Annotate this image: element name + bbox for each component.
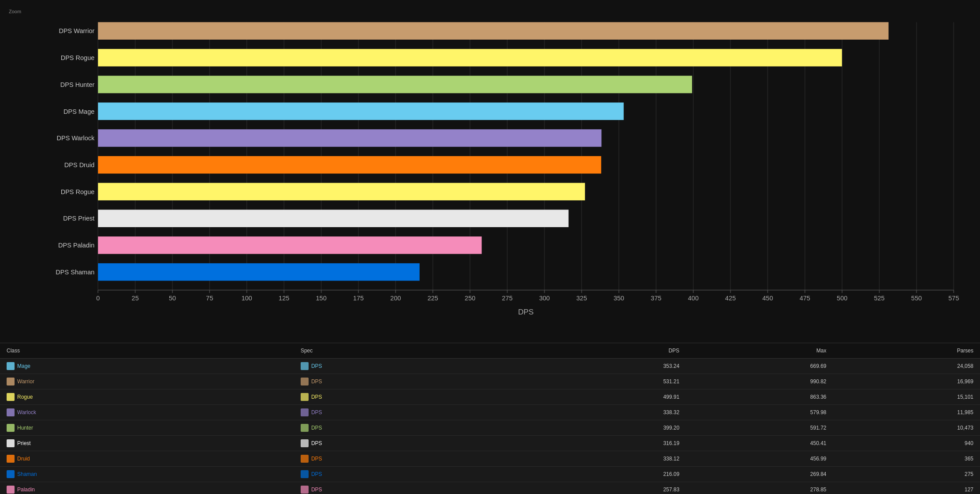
svg-text:225: 225 [428, 295, 438, 302]
svg-text:DPS Priest: DPS Priest [63, 215, 94, 222]
class-name[interactable]: Rogue [17, 394, 33, 400]
svg-rect-36 [98, 183, 585, 201]
class-name[interactable]: Priest [17, 440, 31, 446]
table-row: Warrior DPS 531.21 990.82 16,969 [0, 374, 980, 389]
class-icon [7, 455, 15, 463]
svg-text:525: 525 [874, 295, 884, 302]
dps-value: 216.09 [490, 466, 686, 482]
max-value: 669.69 [686, 358, 833, 374]
col-class: Class [0, 343, 294, 359]
spec-cell: DPS [294, 435, 490, 451]
svg-rect-28 [98, 76, 692, 94]
parses-value: 15,101 [833, 389, 980, 404]
svg-text:175: 175 [353, 295, 364, 302]
class-cell: Warlock [0, 404, 294, 420]
svg-rect-38 [98, 210, 568, 227]
svg-text:DPS Rogue: DPS Rogue [61, 188, 95, 195]
spec-name[interactable]: DPS [311, 394, 322, 400]
max-value: 990.82 [686, 374, 833, 389]
spec-cell: DPS [294, 420, 490, 435]
chart-container: Zoom DPS WarriorDPS RogueDPS HunterDPS M… [0, 0, 980, 343]
svg-text:200: 200 [390, 295, 401, 302]
spec-icon [301, 439, 309, 447]
class-name[interactable]: Druid [17, 456, 30, 462]
dps-value: 499.91 [490, 389, 686, 404]
class-name[interactable]: Shaman [17, 471, 37, 477]
max-value: 863.36 [686, 389, 833, 404]
spec-cell: DPS [294, 389, 490, 404]
parses-value: 127 [833, 482, 980, 494]
max-value: 278.85 [686, 482, 833, 494]
class-name[interactable]: Mage [17, 363, 30, 369]
svg-rect-24 [98, 22, 888, 40]
spec-cell: DPS [294, 451, 490, 466]
svg-rect-42 [98, 263, 419, 281]
spec-name[interactable]: DPS [311, 471, 322, 477]
spec-icon [301, 486, 309, 494]
svg-rect-32 [98, 129, 601, 147]
table-row: Hunter DPS 399.20 591.72 10,473 [0, 420, 980, 435]
svg-text:DPS: DPS [518, 307, 533, 316]
svg-text:0: 0 [96, 295, 100, 302]
spec-name[interactable]: DPS [311, 363, 322, 369]
svg-text:DPS Druid: DPS Druid [64, 161, 95, 168]
dps-value: 531.21 [490, 374, 686, 389]
parses-value: 11,985 [833, 404, 980, 420]
svg-text:425: 425 [725, 295, 736, 302]
class-icon [7, 378, 15, 385]
class-name[interactable]: Warrior [17, 378, 34, 385]
spec-name[interactable]: DPS [311, 440, 322, 446]
class-cell: Shaman [0, 466, 294, 482]
dps-value: 338.12 [490, 451, 686, 466]
zoom-label: Zoom [9, 9, 971, 14]
spec-icon [301, 378, 309, 385]
spec-name[interactable]: DPS [311, 409, 322, 415]
table-row: Paladin DPS 257.83 278.85 127 [0, 482, 980, 494]
svg-text:350: 350 [614, 295, 624, 302]
svg-text:300: 300 [539, 295, 550, 302]
spec-name[interactable]: DPS [311, 378, 322, 385]
svg-text:450: 450 [762, 295, 773, 302]
svg-text:50: 50 [169, 295, 176, 302]
table-row: Mage DPS 353.24 669.69 24,058 [0, 358, 980, 374]
class-cell: Priest [0, 435, 294, 451]
parses-value: 10,473 [833, 420, 980, 435]
spec-cell: DPS [294, 466, 490, 482]
table-header-row: Class Spec DPS Max Parses [0, 343, 980, 359]
spec-icon [301, 393, 309, 401]
class-icon [7, 424, 15, 432]
spec-icon [301, 455, 309, 463]
svg-text:DPS Shaman: DPS Shaman [56, 269, 94, 276]
spec-name[interactable]: DPS [311, 456, 322, 462]
dps-value: 257.83 [490, 482, 686, 494]
svg-text:500: 500 [837, 295, 847, 302]
parses-value: 16,969 [833, 374, 980, 389]
svg-rect-30 [98, 102, 623, 120]
col-max: Max [686, 343, 833, 359]
svg-text:DPS Mage: DPS Mage [63, 108, 94, 115]
spec-name[interactable]: DPS [311, 425, 322, 431]
col-spec: Spec [294, 343, 490, 359]
table-row: Warlock DPS 338.32 579.98 11,985 [0, 404, 980, 420]
svg-text:100: 100 [242, 295, 252, 302]
dps-value: 353.24 [490, 358, 686, 374]
class-name[interactable]: Warlock [17, 409, 36, 415]
class-icon [7, 408, 15, 416]
class-name[interactable]: Paladin [17, 487, 35, 493]
col-parses: Parses [833, 343, 980, 359]
table-row: Shaman DPS 216.09 269.84 275 [0, 466, 980, 482]
dps-value: 316.19 [490, 435, 686, 451]
class-name[interactable]: Hunter [17, 425, 33, 431]
svg-text:DPS Paladin: DPS Paladin [58, 242, 94, 249]
svg-text:75: 75 [206, 295, 213, 302]
table-row: Priest DPS 316.19 450.41 940 [0, 435, 980, 451]
max-value: 591.72 [686, 420, 833, 435]
parses-value: 940 [833, 435, 980, 451]
spec-icon [301, 362, 309, 370]
spec-cell: DPS [294, 358, 490, 374]
spec-name[interactable]: DPS [311, 487, 322, 493]
parses-value: 24,058 [833, 358, 980, 374]
svg-text:475: 475 [800, 295, 810, 302]
class-cell: Rogue [0, 389, 294, 404]
spec-cell: DPS [294, 482, 490, 494]
